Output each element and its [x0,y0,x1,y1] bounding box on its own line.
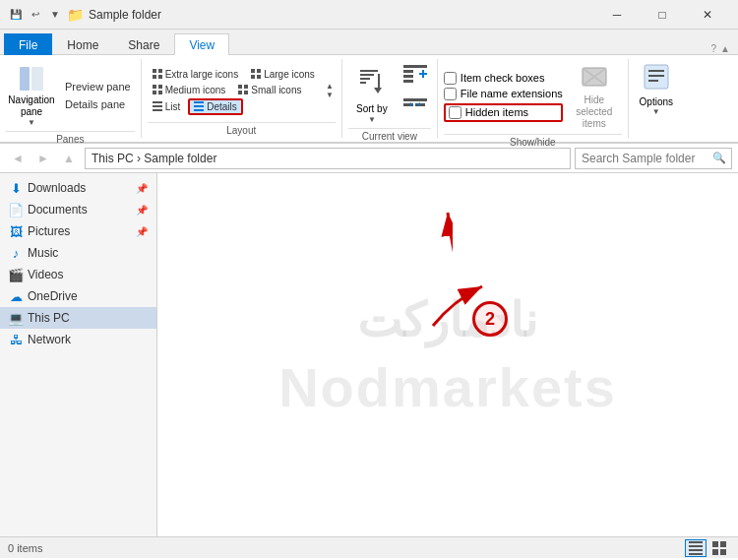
svg-rect-33 [403,80,413,83]
svg-rect-19 [153,105,162,107]
main-area: ⬇ Downloads 📌 📄 Documents 📌 🖼 Pictures 📌… [0,173,738,536]
svg-rect-36 [403,98,427,101]
sidebar-item-pictures[interactable]: 🖼 Pictures 📌 [0,220,156,242]
sidebar-item-videos[interactable]: 🎬 Videos [0,264,156,285]
svg-rect-52 [689,549,703,551]
details-item[interactable]: Details [188,98,243,115]
medium-icons-item[interactable]: Medium icons [148,83,231,97]
svg-rect-21 [194,101,204,103]
forward-button[interactable]: ► [31,147,55,170]
pictures-icon: 🖼 [8,223,24,239]
sidebar-item-network-label: Network [28,333,71,346]
watermark-arabic: نادمارکت [357,291,537,346]
svg-rect-20 [153,109,162,111]
svg-rect-12 [153,91,156,94]
sort-by-button[interactable]: Sort by ▼ [348,62,396,126]
size-all-columns-icon[interactable] [400,94,431,126]
documents-pin-icon: 📌 [135,203,149,217]
svg-rect-56 [712,549,718,555]
panes-items: Preview pane Details pane [61,79,135,112]
sidebar-item-thispc[interactable]: 💻 This PC [0,307,156,329]
hide-selected-icon [579,63,610,94]
nav-pane-button[interactable]: Navigation pane ▼ [6,61,57,129]
sidebar-item-downloads[interactable]: ⬇ Downloads 📌 [0,177,156,199]
annotation-arrows [157,173,551,370]
options-dropdown-icon[interactable]: ▼ [652,107,660,116]
svg-rect-18 [153,101,162,103]
ribbon-showhide-section: Item check boxes File name extensions Hi… [438,59,629,138]
details-pane-item[interactable]: Details pane [61,96,135,112]
help-icon[interactable]: ? [711,43,717,54]
sidebar-item-music[interactable]: ♪ Music [0,242,156,264]
sidebar-item-documents-label: Documents [28,203,88,217]
sort-label: Sort by [356,103,388,115]
tab-view[interactable]: View [174,33,229,55]
status-details-view-btn[interactable] [685,539,707,557]
onedrive-icon: ☁ [8,288,24,304]
options-icon [641,65,672,96]
showhide-label: Show/hide [444,134,622,148]
quick-access-undo-icon[interactable]: ↩ [28,7,43,23]
svg-marker-29 [374,88,382,93]
ribbon-collapse-icon[interactable]: ▲ [720,43,730,54]
currentview-label: Current view [348,128,431,142]
small-icons-item[interactable]: Small icons [233,83,306,97]
panes-content: Navigation pane ▼ Preview pane Details p… [6,61,135,129]
address-path[interactable]: This PC › Sample folder [85,148,571,169]
sidebar-item-downloads-label: Downloads [28,181,86,195]
sidebar-item-music-label: Music [28,246,58,260]
list-item[interactable]: List [148,99,186,114]
svg-rect-11 [158,85,162,89]
hide-selected-label: Hide selected items [569,94,620,130]
back-button[interactable]: ◄ [6,147,30,170]
tab-file[interactable]: File [4,33,52,55]
up-button[interactable]: ▲ [57,147,81,170]
svg-rect-32 [403,75,413,78]
nav-pane-dropdown-icon[interactable]: ▼ [28,118,35,127]
svg-rect-2 [153,69,156,73]
close-button[interactable]: ✕ [685,0,730,30]
hidden-items-option[interactable]: Hidden items [444,103,563,122]
status-large-icons-view-btn[interactable] [708,539,730,557]
panes-label: Panes [6,131,135,145]
ribbon-panes-section: Navigation pane ▼ Preview pane Details p… [0,59,142,138]
status-items-count: 0 items [8,542,42,554]
item-checkboxes-option[interactable]: Item check boxes [444,72,563,85]
tab-home[interactable]: Home [52,33,113,55]
large-icons-item[interactable]: Large icons [246,67,320,82]
svg-rect-35 [422,70,424,78]
nav-buttons: ◄ ► ▲ [6,147,81,170]
add-column-icon[interactable] [400,61,431,93]
svg-rect-5 [158,75,162,79]
preview-pane-item[interactable]: Preview pane [61,79,135,94]
hide-selected-button[interactable]: Hide selected items [567,61,622,132]
minimize-button[interactable]: ─ [594,0,640,30]
ribbon-currentview-section: Sort by ▼ [342,59,438,138]
sidebar-item-network[interactable]: 🖧 Network [0,329,156,350]
maximize-button[interactable]: □ [640,0,685,30]
sidebar-item-documents[interactable]: 📄 Documents 📌 [0,199,156,220]
status-bar: 0 items [0,536,738,558]
extra-large-icons-item[interactable]: Extra large icons [148,67,243,82]
svg-rect-3 [158,69,162,73]
layout-scroll-arrow[interactable]: ▲ ▼ [324,71,336,110]
options-button[interactable]: Options ▼ [635,65,678,116]
search-input[interactable] [575,148,732,169]
file-extensions-option[interactable]: File name extensions [444,88,563,100]
svg-rect-8 [251,75,255,79]
address-bar: ◄ ► ▲ This PC › Sample folder 🔍 [0,144,738,173]
quick-access-save-icon[interactable]: 💾 [8,7,24,23]
svg-rect-23 [194,109,204,111]
layout-row-3: List Details [148,98,320,115]
sidebar-item-onedrive[interactable]: ☁ OneDrive [0,285,156,307]
sidebar-item-onedrive-label: OneDrive [28,289,78,303]
tab-share[interactable]: Share [113,33,174,55]
quick-access-down-icon[interactable]: ▼ [47,7,63,23]
svg-rect-28 [378,74,380,90]
sort-dropdown-icon[interactable]: ▼ [368,115,376,124]
hidden-items-checkbox[interactable] [449,106,461,119]
file-extensions-checkbox[interactable] [444,88,457,100]
svg-rect-4 [153,75,156,79]
item-checkboxes-checkbox[interactable] [444,72,457,85]
svg-rect-14 [238,85,242,89]
